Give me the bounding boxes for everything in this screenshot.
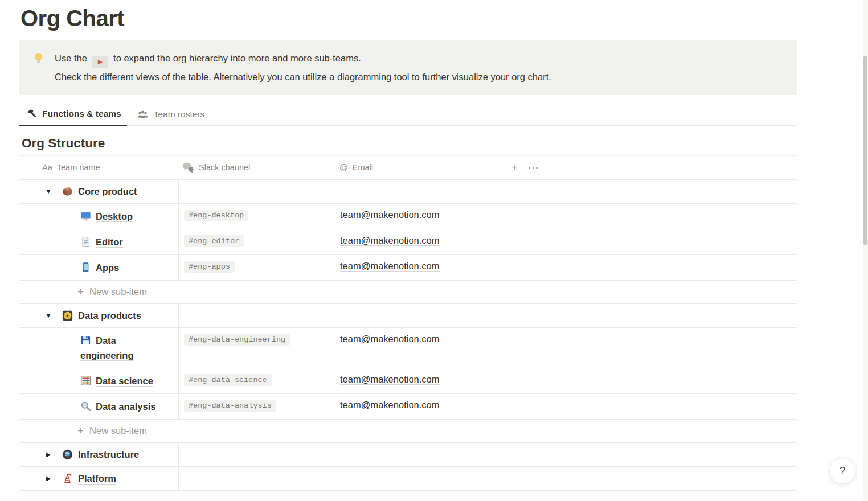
tab-functions-and-teams[interactable]: Functions & teams: [19, 105, 127, 126]
email-link[interactable]: team@makenotion.com: [340, 334, 440, 344]
empty-cell[interactable]: [505, 180, 797, 203]
email-cell[interactable]: [334, 443, 505, 466]
team-name-link[interactable]: Infrastructure: [78, 448, 139, 461]
team-name-link[interactable]: Apps: [96, 262, 119, 273]
slack-channel-cell[interactable]: #eng-data-engineering: [178, 328, 334, 368]
slack-channel-cell[interactable]: #eng-editor: [178, 229, 334, 254]
table-row: Desktop#eng-desktopteam@makenotion.com: [19, 204, 797, 229]
gold-disc-icon: [62, 310, 73, 321]
callout-text: Use the ▶ to expand the org hierarchy in…: [55, 50, 551, 85]
team-name-cell[interactable]: Desktop: [19, 204, 178, 229]
slack-channel-cell[interactable]: #eng-data-analysis: [178, 394, 334, 419]
slack-channel-tag[interactable]: #eng-desktop: [184, 210, 248, 221]
page-title: Org Chart: [21, 6, 868, 31]
team-name-cell[interactable]: ▶Infrastructure: [19, 443, 178, 466]
slack-channel-tag[interactable]: #eng-editor: [184, 235, 244, 247]
team-name-cell[interactable]: ▶Platform: [19, 467, 178, 490]
column-label: Slack channel: [199, 163, 250, 172]
play-triangle-icon: ▶: [92, 56, 108, 68]
table-row: Data engineering#eng-data-engineeringtea…: [19, 328, 797, 368]
slack-channel-cell[interactable]: [178, 467, 334, 490]
team-name-cell[interactable]: Editor: [19, 229, 178, 254]
team-name-link[interactable]: Data science: [96, 376, 153, 387]
slack-channel-cell[interactable]: #eng-desktop: [178, 204, 334, 229]
empty-cell[interactable]: [505, 304, 797, 327]
empty-cell[interactable]: [505, 443, 797, 466]
team-name-cell[interactable]: Data science: [19, 368, 178, 393]
empty-cell[interactable]: [505, 328, 797, 368]
add-column-button[interactable]: +: [505, 161, 524, 174]
slack-channel-cell[interactable]: [178, 443, 334, 466]
empty-cell[interactable]: [505, 368, 797, 393]
callout-line1-after: to expand the org hierarchy into more an…: [113, 53, 361, 63]
org-structure-table: Aa Team name Slack channel @ Email + ···…: [19, 155, 797, 491]
email-cell[interactable]: [334, 180, 505, 203]
new-sub-item-label: New sub-item: [89, 286, 147, 297]
email-cell[interactable]: team@makenotion.com: [334, 394, 505, 419]
email-cell[interactable]: [334, 304, 505, 327]
plus-icon: +: [77, 286, 84, 298]
email-cell[interactable]: [334, 467, 505, 490]
email-link[interactable]: team@makenotion.com: [340, 210, 440, 220]
expand-toggle-icon[interactable]: ▶: [42, 451, 55, 458]
team-name-link[interactable]: Core product: [78, 185, 137, 198]
team-name-cell[interactable]: Data analysis: [19, 394, 178, 419]
slack-channel-cell[interactable]: [178, 180, 334, 203]
slack-channel-cell[interactable]: [178, 304, 334, 327]
tab-team-rosters[interactable]: Team rosters: [129, 105, 211, 125]
slack-channel-cell[interactable]: #eng-data-science: [178, 368, 334, 393]
slack-channel-cell[interactable]: #eng-apps: [178, 255, 334, 280]
slack-channel-tag[interactable]: #eng-data-engineering: [184, 334, 290, 346]
empty-cell[interactable]: [505, 467, 797, 490]
column-header-team-name[interactable]: Aa Team name: [19, 163, 178, 172]
team-name-cell[interactable]: ▼Data products: [19, 304, 178, 327]
email-cell[interactable]: team@makenotion.com: [334, 328, 505, 368]
email-link[interactable]: team@makenotion.com: [340, 400, 440, 410]
team-name-cell[interactable]: ▼Core product: [19, 180, 178, 203]
email-link[interactable]: team@makenotion.com: [340, 374, 440, 385]
table-more-button[interactable]: ···: [524, 163, 543, 173]
chat-bubbles-icon: [182, 162, 194, 173]
tab-label: Functions & teams: [42, 109, 121, 119]
hammer-icon: [26, 109, 37, 120]
email-cell[interactable]: team@makenotion.com: [334, 229, 505, 254]
table-body: ▼Core productDesktop#eng-desktopteam@mak…: [19, 180, 797, 491]
callout: Use the ▶ to expand the org hierarchy in…: [19, 40, 797, 95]
expand-toggle-icon[interactable]: ▶: [42, 475, 55, 482]
help-button[interactable]: ?: [829, 458, 855, 484]
team-name-link[interactable]: Data products: [78, 309, 141, 322]
column-header-email[interactable]: @ Email: [334, 163, 505, 172]
team-name-link[interactable]: Editor: [96, 237, 123, 248]
column-header-slack-channel[interactable]: Slack channel: [178, 162, 334, 173]
floppy-icon: [80, 335, 91, 346]
tab-label: Team rosters: [154, 109, 205, 120]
slack-channel-tag[interactable]: #eng-data-science: [184, 374, 272, 386]
team-name-link[interactable]: Desktop: [96, 211, 133, 222]
empty-cell[interactable]: [505, 394, 797, 419]
email-cell[interactable]: team@makenotion.com: [334, 255, 505, 280]
team-name-link[interactable]: Platform: [78, 472, 116, 485]
team-name-cell[interactable]: Apps: [19, 255, 178, 280]
team-name-wrapper: Editor: [80, 237, 123, 247]
table-row: Data analysis#eng-data-analysisteam@make…: [19, 394, 797, 420]
email-link[interactable]: team@makenotion.com: [340, 261, 440, 272]
table-row: ▶Platform: [19, 467, 797, 491]
email-link[interactable]: team@makenotion.com: [340, 235, 440, 246]
new-sub-item-row[interactable]: +New sub-item: [19, 281, 797, 304]
table-header: Aa Team name Slack channel @ Email + ···: [19, 155, 797, 180]
team-name-link[interactable]: Data analysis: [96, 401, 155, 412]
email-cell[interactable]: team@makenotion.com: [334, 368, 505, 393]
new-sub-item-row[interactable]: +New sub-item: [19, 420, 797, 443]
team-name-cell[interactable]: Data engineering: [19, 328, 178, 368]
slack-channel-tag[interactable]: #eng-data-analysis: [184, 400, 276, 412]
empty-cell[interactable]: [505, 255, 797, 280]
collapse-toggle-icon[interactable]: ▼: [42, 188, 55, 195]
collapse-toggle-icon[interactable]: ▼: [42, 312, 55, 319]
empty-cell[interactable]: [505, 204, 797, 229]
vertical-scrollbar[interactable]: [863, 0, 868, 501]
scrollbar-thumb[interactable]: [863, 56, 867, 245]
slack-channel-tag[interactable]: #eng-apps: [184, 261, 235, 273]
team-name-wrapper: Data analysis: [80, 401, 155, 412]
empty-cell[interactable]: [505, 229, 797, 254]
email-cell[interactable]: team@makenotion.com: [334, 204, 505, 229]
